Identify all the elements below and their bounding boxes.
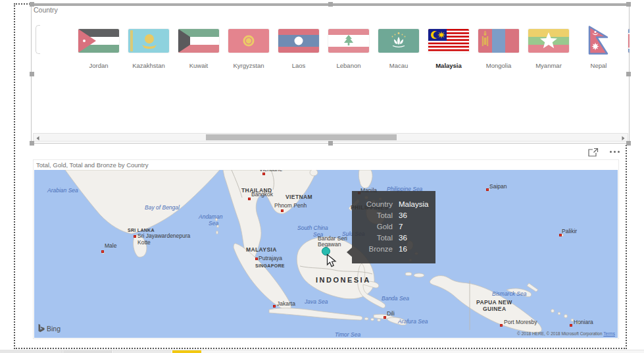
scroll-left-arrow-icon[interactable] [37, 136, 39, 140]
focus-mode-button[interactable] [587, 148, 599, 161]
myanmar-flag-icon [528, 29, 569, 53]
tooltip: CountryMalaysia Total36 Gold7 Total36 Br… [352, 191, 435, 263]
city-marker [486, 188, 489, 191]
slicer-item-macau[interactable]: Macau [374, 24, 424, 84]
tooltip-label: Gold [352, 221, 393, 232]
mongolia-flag-icon [478, 29, 519, 53]
scroll-right-arrow-icon[interactable] [622, 136, 625, 140]
scrollbar-thumb[interactable] [206, 134, 397, 140]
page-tab[interactable] [63, 350, 112, 353]
tooltip-value: Malaysia [399, 199, 428, 210]
city-marker [255, 258, 258, 260]
city-marker [570, 324, 572, 327]
city-marker [500, 324, 503, 327]
page-tab[interactable] [0, 350, 62, 353]
page-tab[interactable] [112, 350, 171, 353]
slicer-item-kuwait[interactable]: Kuwait [174, 24, 224, 84]
ellipsis-icon [610, 151, 612, 153]
resize-handle-top[interactable] [328, 2, 333, 7]
tooltip-value: 16 [399, 244, 407, 255]
slicer-title: Country [34, 6, 58, 14]
slicer-item-nepal[interactable]: Nepal [574, 24, 624, 84]
city-marker [134, 235, 136, 238]
map-visual-title: Total, Gold, Total and Bronze by Country [36, 161, 148, 169]
macau-flag-icon [378, 29, 419, 53]
resize-handle-right[interactable] [626, 72, 631, 76]
tooltip-value: 36 [399, 232, 407, 244]
laos-flag-icon [278, 29, 319, 53]
slicer-item-myanmar[interactable]: Myanmar [524, 24, 574, 84]
map-attribution: © 2018 HERE, © 2018 Microsoft Corporatio… [517, 331, 615, 336]
more-options-button[interactable] [610, 151, 620, 153]
resize-handle-bottom-left[interactable] [30, 141, 34, 146]
slicer-item-laos[interactable]: Laos [274, 24, 324, 84]
resize-handle-bottom-right[interactable] [626, 141, 631, 146]
map-visual[interactable]: Total, Gold, Total and Bronze by Country [33, 159, 619, 339]
bing-icon [38, 324, 45, 333]
slicer-item-malaysia[interactable]: Malaysia [424, 24, 474, 84]
resize-handle-top-left[interactable] [30, 2, 34, 7]
slicer-item-lebanon[interactable]: Lebanon [324, 24, 374, 84]
slicer-item-jordan[interactable]: Jordan [74, 24, 124, 84]
city-marker [248, 198, 251, 200]
city-marker [281, 209, 284, 212]
city-marker [559, 234, 562, 236]
visual-hover-toolbar [587, 148, 627, 159]
tooltip-value: 7 [399, 221, 403, 232]
tooltip-label: Bronze [352, 244, 393, 255]
tooltip-value: 36 [399, 210, 407, 221]
tooltip-label: Total [352, 232, 393, 244]
resize-handle-top-right[interactable] [626, 2, 631, 7]
mouse-cursor [326, 254, 337, 271]
bing-logo: Bing [38, 324, 61, 333]
terms-link[interactable]: Terms [603, 331, 615, 336]
resize-handle-bottom[interactable] [328, 141, 333, 146]
north-korea-flag-icon [628, 29, 630, 53]
slicer-item-mongolia[interactable]: Mongolia [474, 24, 524, 84]
page-tab-strip [0, 350, 644, 353]
focus-mode-icon [587, 148, 599, 158]
city-marker [384, 316, 386, 319]
slicer-item-kyrgyzstan[interactable]: Kyrgyzstan [224, 24, 274, 84]
slicer-scroll-left[interactable] [36, 25, 40, 54]
slicer-items: Jordan Kazakhstan Kuwait Kyrgyzstan Laos… [43, 24, 630, 84]
jordan-flag-icon [78, 29, 119, 53]
city-marker [101, 250, 104, 253]
active-page-tab[interactable] [172, 350, 201, 353]
malaysia-flag-icon [428, 29, 469, 53]
slicer-item-kazakhstan[interactable]: Kazakhstan [124, 24, 174, 84]
tooltip-label: Country [352, 199, 393, 210]
country-slicer[interactable]: Country Jordan Kazakhstan Kuwait Kyrgyzs… [31, 3, 630, 144]
city-marker [262, 173, 265, 175]
lebanon-flag-icon [328, 29, 369, 53]
bing-map[interactable]: Arabian SeaBay of BengalAndamanSeaSouth … [34, 170, 618, 338]
kazakhstan-flag-icon [128, 29, 169, 53]
tooltip-label: Total [352, 210, 393, 221]
kuwait-flag-icon [178, 29, 219, 53]
kyrgyzstan-flag-icon [228, 29, 269, 53]
nepal-flag-icon [587, 26, 610, 56]
city-marker [273, 305, 276, 308]
resize-handle-left[interactable] [30, 72, 34, 76]
